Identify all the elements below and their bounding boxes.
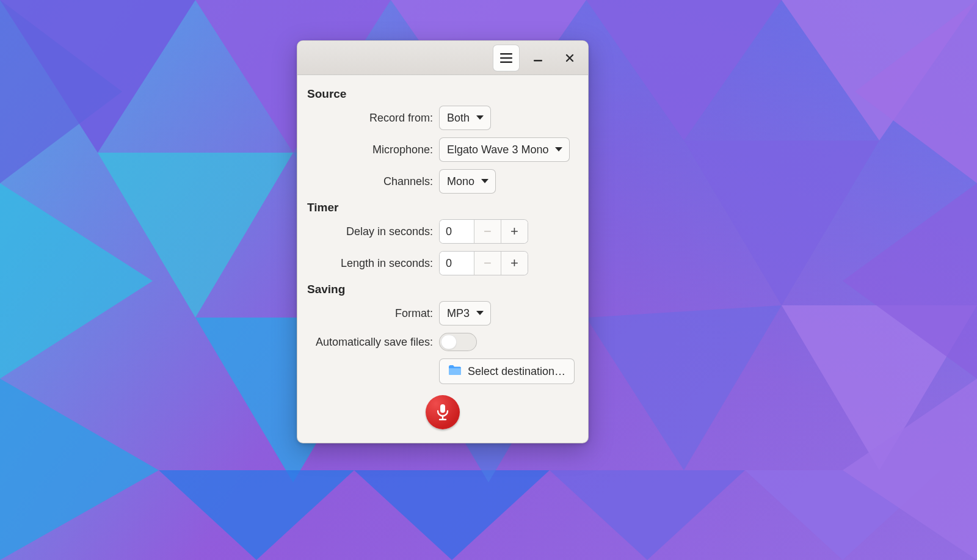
svg-marker-12: [354, 470, 550, 560]
delay-label: Delay in seconds:: [307, 225, 439, 238]
format-label: Format:: [307, 307, 439, 320]
chevron-down-icon: [481, 178, 489, 184]
length-spinbutton[interactable]: 0 − +: [439, 251, 528, 275]
length-increment-button[interactable]: +: [501, 252, 528, 275]
svg-rect-24: [500, 61, 512, 62]
svg-rect-26: [440, 404, 445, 413]
length-decrement-button[interactable]: −: [474, 252, 501, 275]
svg-marker-3: [586, 0, 782, 140]
chevron-down-icon: [476, 310, 484, 316]
chevron-down-icon: [476, 115, 484, 121]
microphone-icon: [435, 403, 451, 421]
delay-spinbutton[interactable]: 0 − +: [439, 219, 528, 244]
hamburger-menu-button[interactable]: [493, 45, 520, 71]
format-combo[interactable]: MP3: [439, 301, 491, 325]
channels-label: Channels:: [307, 175, 439, 188]
svg-marker-6: [0, 183, 153, 379]
switch-knob: [441, 335, 457, 349]
record-from-label: Record from:: [307, 112, 439, 125]
delay-decrement-button[interactable]: −: [474, 220, 501, 243]
microphone-combo[interactable]: Elgato Wave 3 Mono: [439, 137, 570, 162]
select-destination-button[interactable]: Select destination…: [439, 358, 575, 384]
minimize-icon: [533, 53, 543, 63]
svg-rect-25: [534, 60, 542, 62]
section-source-title: Source: [307, 87, 578, 101]
channels-value: Mono: [447, 175, 474, 188]
svg-marker-21: [586, 305, 782, 470]
svg-marker-11: [159, 470, 354, 560]
window-minimize-button[interactable]: [525, 46, 551, 70]
record-from-value: Both: [447, 112, 470, 125]
hamburger-icon: [500, 53, 512, 63]
length-value[interactable]: 0: [440, 252, 474, 275]
select-destination-label: Select destination…: [468, 365, 565, 378]
svg-rect-23: [500, 57, 512, 58]
section-saving-title: Saving: [307, 283, 578, 296]
autosave-label: Automatically save files:: [307, 336, 439, 349]
delay-value[interactable]: 0: [440, 220, 474, 243]
microphone-label: Microphone:: [307, 144, 439, 156]
channels-combo[interactable]: Mono: [439, 169, 496, 194]
delay-increment-button[interactable]: +: [501, 220, 528, 243]
window-close-button[interactable]: [556, 46, 583, 70]
section-timer-title: Timer: [307, 201, 578, 214]
recorder-window: Source Record from: Both Microphone: Elg…: [297, 40, 589, 443]
microphone-value: Elgato Wave 3 Mono: [447, 144, 548, 156]
format-value: MP3: [447, 307, 470, 320]
autosave-switch[interactable]: [439, 333, 477, 351]
chevron-down-icon: [554, 147, 563, 153]
record-button[interactable]: [426, 395, 460, 429]
svg-rect-22: [500, 53, 512, 54]
svg-marker-13: [550, 470, 745, 560]
close-icon: [565, 53, 575, 63]
folder-icon: [448, 365, 462, 379]
window-titlebar: [297, 41, 588, 75]
record-from-combo[interactable]: Both: [439, 106, 491, 130]
window-content: Source Record from: Both Microphone: Elg…: [297, 75, 588, 443]
length-label: Length in seconds:: [307, 257, 439, 270]
svg-marker-7: [0, 379, 159, 560]
